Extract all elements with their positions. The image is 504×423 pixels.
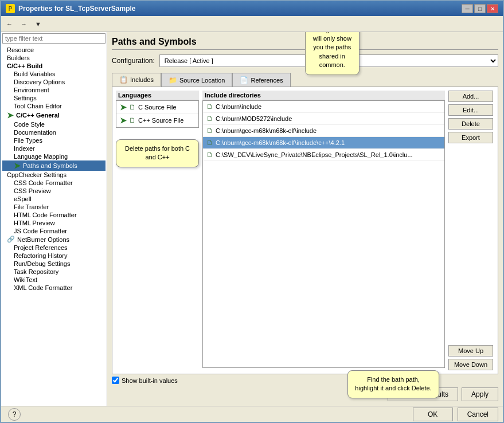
cancel-button[interactable]: Cancel bbox=[458, 408, 498, 421]
sidebar-item-task-repository[interactable]: Task Repository bbox=[2, 268, 106, 276]
sidebar-item-label: WikiText bbox=[14, 276, 37, 283]
sidebar-item-label: Discovery Options bbox=[14, 79, 65, 85]
sidebar-item-label: CSS Code Formatter bbox=[14, 179, 73, 186]
c-file-icon: 🗋 bbox=[129, 103, 136, 111]
dir-item-1[interactable]: 🗋 C:\nburn\MOD5272\include bbox=[203, 113, 444, 125]
sidebar-item-build-variables[interactable]: Build Variables bbox=[2, 70, 106, 78]
sidebar-item-label: Documentation bbox=[14, 129, 56, 136]
includes-tab-icon: 📋 bbox=[119, 76, 128, 84]
dir-label-3: C:\nburn\gcc-m68k\m68k-elf\include\c++\4… bbox=[216, 139, 345, 146]
dir-icon-0: 🗋 bbox=[206, 103, 213, 111]
find-tooltip-text: Find the bath path, highlight it and cli… bbox=[347, 370, 439, 398]
config-tooltip-text: Select each configuration one at a time.… bbox=[305, 32, 360, 75]
cpp-source-label: C++ Source File bbox=[138, 117, 183, 124]
dir-item-0[interactable]: 🗋 C:\nburn\include bbox=[203, 101, 444, 113]
sidebar-item-code-style[interactable]: Code Style bbox=[2, 120, 106, 128]
cpp-arrow-icon: ➤ bbox=[120, 116, 127, 125]
sidebar-item-label: Refactoring History bbox=[14, 252, 68, 259]
sidebar-item-wikitext[interactable]: WikiText bbox=[2, 276, 106, 284]
close-button[interactable]: ✕ bbox=[487, 4, 498, 13]
sidebar-item-language-mapping[interactable]: Language Mapping bbox=[2, 152, 106, 160]
apply-button[interactable]: Apply bbox=[462, 387, 498, 401]
title-bar: P Properties for SL_TcpServerSample ─ □ … bbox=[1, 1, 503, 16]
dropdown-button[interactable]: ▼ bbox=[32, 19, 44, 29]
sidebar-item-c-c-build[interactable]: C/C++ Build bbox=[2, 62, 106, 70]
delete-button[interactable]: Delete bbox=[448, 118, 493, 130]
sidebar-item-run-debug-settings[interactable]: Run/Debug Settings bbox=[2, 260, 106, 268]
export-button[interactable]: Export bbox=[448, 132, 493, 143]
ok-button[interactable]: OK bbox=[413, 408, 453, 421]
main-content: ResourceBuildersC/C++ BuildBuild Variabl… bbox=[1, 32, 503, 406]
source-tab-icon: 📁 bbox=[169, 76, 177, 84]
show-builtin-label[interactable]: Show built-in values bbox=[122, 377, 178, 384]
sidebar-item-netburner-options[interactable]: 🔗NetBurner Options bbox=[2, 235, 106, 244]
sidebar-item-label: File Types bbox=[14, 137, 42, 144]
sidebar-item-c-c-general[interactable]: ➤C/C++ General bbox=[2, 110, 106, 120]
directories-header: Include directories bbox=[202, 91, 445, 100]
languages-column: Languages ➤ 🗋 C Source File ➤ 🗋 C++ Sour… bbox=[116, 91, 199, 370]
sidebar-tree: ResourceBuildersC/C++ BuildBuild Variabl… bbox=[2, 46, 106, 292]
sidebar-item-documentation[interactable]: Documentation bbox=[2, 128, 106, 136]
sidebar-item-label: Project References bbox=[14, 244, 68, 251]
sidebar-item-label: NetBurner Options bbox=[17, 236, 69, 243]
sidebar-item-tool-chain-editor[interactable]: Tool Chain Editor bbox=[2, 102, 106, 110]
sidebar-item-label: Paths and Symbols bbox=[23, 162, 77, 169]
tab-includes[interactable]: 📋 Includes bbox=[112, 73, 161, 87]
back-button[interactable]: ← bbox=[3, 19, 15, 29]
edit-button[interactable]: Edit... bbox=[448, 104, 493, 116]
tab-references[interactable]: 📄 References bbox=[232, 73, 290, 87]
sidebar-item-label: HTML Code Formatter bbox=[14, 211, 77, 218]
sidebar-item-xml-code-formatter[interactable]: XML Code Formatter bbox=[2, 284, 106, 292]
sidebar-item-file-transfer[interactable]: File Transfer bbox=[2, 203, 106, 211]
delete-tooltip-area: Delete paths for both C and C++ bbox=[116, 139, 199, 167]
move-down-button[interactable]: Move Down bbox=[448, 359, 493, 370]
sidebar-item-label: Task Repository bbox=[14, 268, 58, 275]
sidebar-item-label: Resource bbox=[7, 46, 34, 53]
forward-button[interactable]: → bbox=[18, 19, 30, 29]
window-icon: P bbox=[6, 4, 15, 13]
sidebar-item-project-references[interactable]: Project References bbox=[2, 244, 106, 252]
sidebar-item-environment[interactable]: Environment bbox=[2, 86, 106, 94]
sidebar-item-cppchecker-settings[interactable]: CppChecker Settings bbox=[2, 171, 106, 179]
minimize-button[interactable]: ─ bbox=[462, 4, 473, 13]
sidebar-item-label: CppChecker Settings bbox=[7, 171, 67, 178]
sidebar-item-js-code-formatter[interactable]: JS Code Formatter bbox=[2, 227, 106, 235]
add-button[interactable]: Add... bbox=[448, 91, 493, 102]
sidebar-item-label: Language Mapping bbox=[14, 153, 68, 160]
dir-icon-4: 🗋 bbox=[206, 151, 213, 159]
checkbox-row: Show built-in values bbox=[112, 377, 498, 384]
sidebar-item-label: Code Style bbox=[14, 121, 45, 128]
sidebar-item-css-code-formatter[interactable]: CSS Code Formatter bbox=[2, 179, 106, 187]
sidebar-item-file-types[interactable]: File Types bbox=[2, 136, 106, 144]
sidebar-item-espell[interactable]: eSpell bbox=[2, 195, 106, 203]
sidebar-item-builders[interactable]: Builders bbox=[2, 54, 106, 62]
help-button[interactable]: ? bbox=[8, 408, 21, 421]
show-builtin-checkbox[interactable] bbox=[112, 377, 119, 384]
tabs-row: 📋 Includes 📁 Source Location 📄 Reference… bbox=[112, 73, 498, 87]
sidebar-item-label: C/C++ General bbox=[16, 112, 60, 119]
lang-item-c[interactable]: ➤ 🗋 C Source File bbox=[116, 101, 198, 114]
sidebar-item-label: Build Variables bbox=[14, 70, 56, 77]
tab-source-location[interactable]: 📁 Source Location bbox=[161, 73, 233, 87]
sidebar-item-resource[interactable]: Resource bbox=[2, 46, 106, 54]
sidebar-item-css-preview[interactable]: CSS Preview bbox=[2, 187, 106, 195]
sidebar-item-settings[interactable]: Settings bbox=[2, 94, 106, 102]
sidebar-item-discovery-options[interactable]: Discovery Options bbox=[2, 78, 106, 86]
sidebar-item-indexer[interactable]: Indexer bbox=[2, 144, 106, 152]
filter-input[interactable] bbox=[2, 33, 106, 44]
lang-item-cpp[interactable]: ➤ 🗋 C++ Source File bbox=[116, 114, 198, 127]
sidebar-item-refactoring-history[interactable]: Refactoring History bbox=[2, 252, 106, 260]
dir-item-4[interactable]: 🗋 C:\SW_DEV\LiveSync_Private\NBEclipse_P… bbox=[203, 149, 444, 161]
sidebar-item-label: Builders bbox=[7, 54, 30, 61]
main-window: P Properties for SL_TcpServerSample ─ □ … bbox=[0, 0, 504, 423]
dir-item-3[interactable]: 🗋 C:\nburn\gcc-m68k\m68k-elf\include\c++… bbox=[203, 137, 444, 149]
dir-item-2[interactable]: 🗋 C:\nburn\gcc-m68k\m68k-elf\include bbox=[203, 125, 444, 137]
sidebar-item-html-code-formatter[interactable]: HTML Code Formatter bbox=[2, 211, 106, 219]
maximize-button[interactable]: □ bbox=[474, 4, 486, 13]
panel-header-area: Select each configuration one at a time.… bbox=[112, 37, 498, 54]
sidebar-item-paths-and-symbols[interactable]: ➤Paths and Symbols bbox=[2, 160, 106, 171]
languages-header: Languages bbox=[116, 91, 199, 100]
sidebar-item-html-preview[interactable]: HTML Preview bbox=[2, 219, 106, 227]
move-up-button[interactable]: Move Up bbox=[448, 345, 493, 357]
spacer bbox=[448, 146, 494, 343]
